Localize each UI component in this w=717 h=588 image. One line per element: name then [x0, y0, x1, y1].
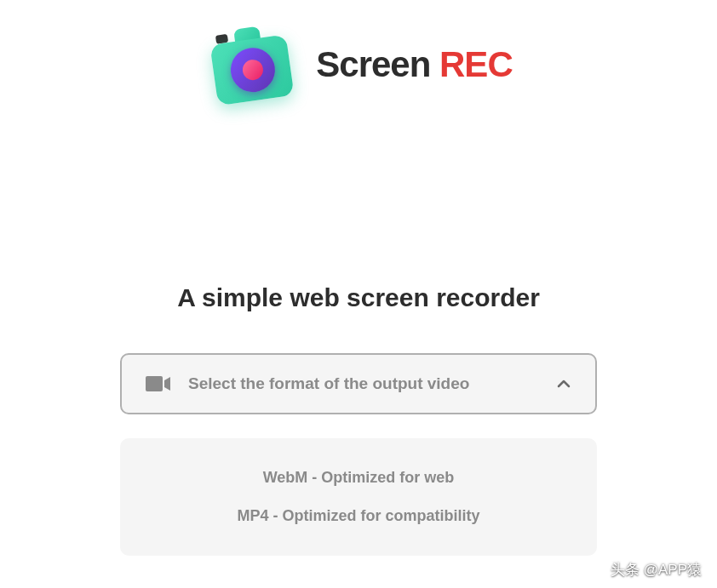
format-dropdown-options: WebM - Optimized for web MP4 - Optimized… [120, 438, 597, 556]
format-dropdown-label: Select the format of the output video [188, 374, 556, 393]
format-option-mp4[interactable]: MP4 - Optimized for compatibility [120, 497, 597, 535]
chevron-up-icon [556, 376, 571, 391]
app-logo-text: Screen REC [316, 44, 512, 85]
camera-logo-icon [198, 9, 309, 120]
watermark: 头条 @APP猿 [611, 560, 702, 579]
format-dropdown-trigger[interactable]: Select the format of the output video [120, 353, 597, 414]
logo-text-primary: Screen [316, 44, 439, 84]
video-camera-icon [146, 374, 171, 393]
logo-text-accent: REC [439, 44, 513, 84]
header: Screen REC [0, 0, 717, 113]
format-dropdown: Select the format of the output video We… [120, 353, 597, 556]
svg-rect-0 [146, 376, 163, 391]
main-content: A simple web screen recorder Select the … [0, 283, 717, 556]
format-option-webm[interactable]: WebM - Optimized for web [120, 459, 597, 497]
tagline: A simple web screen recorder [177, 283, 540, 312]
